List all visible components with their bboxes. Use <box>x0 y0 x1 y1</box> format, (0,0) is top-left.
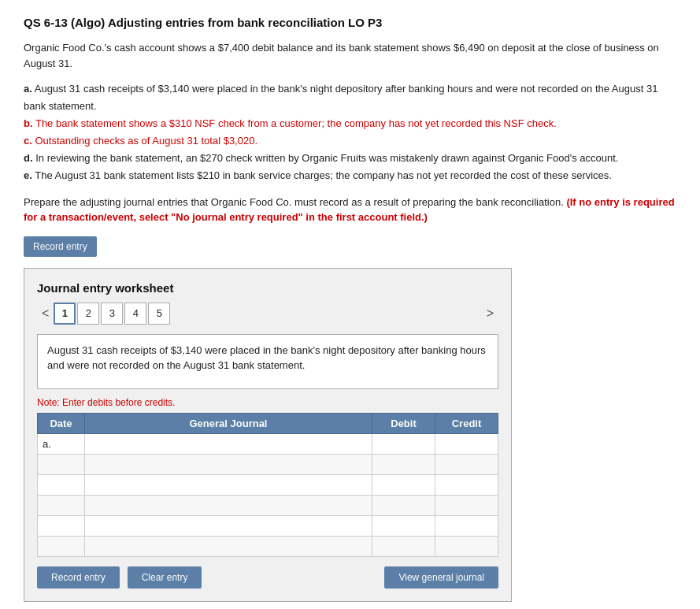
worksheet-title: Journal entry worksheet <box>37 281 498 295</box>
row-6-debit-input[interactable] <box>372 537 435 556</box>
scenario-box: August 31 cash receipts of $3,140 were p… <box>37 334 498 389</box>
view-general-journal-button[interactable]: View general journal <box>384 566 498 589</box>
bottom-buttons: Record entry Clear entry View general jo… <box>37 566 498 589</box>
table-row <box>38 454 498 474</box>
row-5-journal[interactable] <box>85 515 372 536</box>
pagination-next[interactable]: > <box>482 305 498 322</box>
page-num-1[interactable]: 1 <box>54 303 76 325</box>
row-2-credit[interactable] <box>435 454 498 474</box>
row-4-debit[interactable] <box>372 495 435 515</box>
row-5-date <box>38 515 85 536</box>
clear-entry-button[interactable]: Clear entry <box>128 566 202 589</box>
row-3-credit[interactable] <box>435 474 498 495</box>
item-b-label: b. The bank statement shows a $310 NSF c… <box>24 117 557 129</box>
col-header-debit: Debit <box>372 413 435 433</box>
row-5-debit[interactable] <box>372 515 435 536</box>
note-text: Note: Enter debits before credits. <box>37 397 498 408</box>
row-1-credit[interactable] <box>435 433 498 454</box>
row-1-credit-input[interactable] <box>435 434 498 454</box>
row-2-debit-input[interactable] <box>372 455 435 474</box>
row-5-journal-input[interactable] <box>85 516 372 536</box>
row-5-credit-input[interactable] <box>435 516 498 536</box>
page-num-2[interactable]: 2 <box>77 303 99 325</box>
row-3-date <box>38 474 85 495</box>
item-a-label: a. August 31 cash receipts of $3,140 wer… <box>24 83 657 112</box>
row-6-date <box>38 536 85 556</box>
row-4-debit-input[interactable] <box>372 496 435 515</box>
items-list: a. August 31 cash receipts of $3,140 wer… <box>24 80 676 185</box>
worksheet-container: Journal entry worksheet < 1 2 3 4 5 > Au… <box>24 268 512 602</box>
row-4-credit-input[interactable] <box>435 496 498 515</box>
row-1-date: a. <box>38 433 85 454</box>
row-4-date <box>38 495 85 515</box>
row-2-journal[interactable] <box>85 454 372 474</box>
page-num-5[interactable]: 5 <box>148 303 170 325</box>
row-6-debit[interactable] <box>372 536 435 556</box>
row-5-debit-input[interactable] <box>372 516 435 536</box>
row-3-debit-input[interactable] <box>372 475 435 495</box>
col-header-credit: Credit <box>435 413 498 433</box>
item-e-label: e. The August 31 bank statement lists $2… <box>24 169 612 181</box>
row-3-debit[interactable] <box>372 474 435 495</box>
row-3-journal[interactable] <box>85 474 372 495</box>
row-2-debit[interactable] <box>372 454 435 474</box>
page-title: QS 6-13 (Algo) Adjusting entries from ba… <box>24 16 676 29</box>
row-5-credit[interactable] <box>435 515 498 536</box>
row-2-date <box>38 454 85 474</box>
row-1-journal-input[interactable] <box>85 434 372 454</box>
row-4-journal[interactable] <box>85 495 372 515</box>
pagination: < 1 2 3 4 5 > <box>37 303 498 325</box>
instruction: Prepare the adjusting journal entries th… <box>24 195 676 225</box>
row-3-credit-input[interactable] <box>435 475 498 495</box>
view-transaction-button[interactable]: Record entry <box>24 236 97 257</box>
col-header-date: Date <box>38 413 85 433</box>
item-d-label: d. In reviewing the bank statement, an $… <box>24 152 618 164</box>
row-4-credit[interactable] <box>435 495 498 515</box>
row-1-journal[interactable] <box>85 433 372 454</box>
row-6-journal[interactable] <box>85 536 372 556</box>
row-6-credit-input[interactable] <box>435 537 498 556</box>
pagination-prev[interactable]: < <box>37 305 54 322</box>
table-row <box>38 515 498 536</box>
row-4-journal-input[interactable] <box>85 496 372 515</box>
table-row <box>38 536 498 556</box>
row-6-credit[interactable] <box>435 536 498 556</box>
table-row <box>38 495 498 515</box>
page-num-4[interactable]: 4 <box>124 303 146 325</box>
journal-table: Date General Journal Debit Credit a. <box>37 413 498 557</box>
intro-text: Organic Food Co.'s cash account shows a … <box>24 40 676 71</box>
item-c-label: c. Outstanding checks as of August 31 to… <box>24 135 257 147</box>
table-row: a. <box>38 433 498 454</box>
row-2-credit-input[interactable] <box>435 455 498 474</box>
row-1-debit-input[interactable] <box>372 434 435 454</box>
col-header-journal: General Journal <box>85 413 372 433</box>
row-1-debit[interactable] <box>372 433 435 454</box>
page-num-3[interactable]: 3 <box>101 303 123 325</box>
record-entry-button[interactable]: Record entry <box>37 566 120 589</box>
table-row <box>38 474 498 495</box>
row-6-journal-input[interactable] <box>85 537 372 556</box>
row-2-journal-input[interactable] <box>85 455 372 474</box>
row-3-journal-input[interactable] <box>85 475 372 495</box>
